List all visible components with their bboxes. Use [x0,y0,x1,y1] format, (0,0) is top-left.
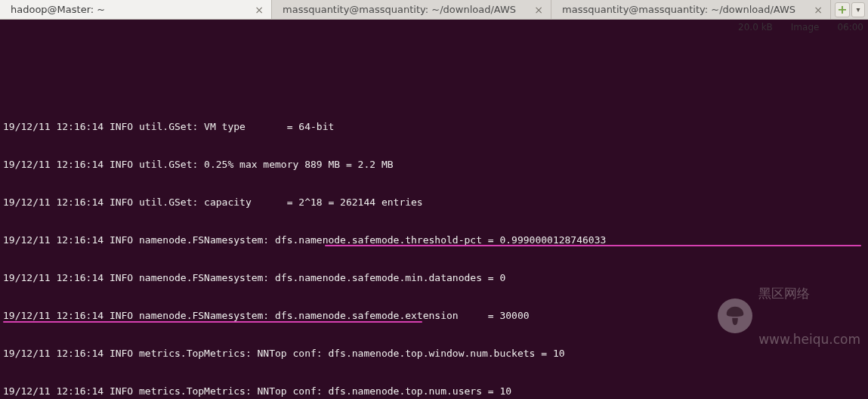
show-through-panel: 20.0 kB Image 06:00 [738,20,863,34]
mushroom-icon [718,298,752,333]
watermark: 黑区网络 www.heiqu.com [718,255,860,378]
close-icon[interactable]: × [255,4,264,16]
plus-icon: + [837,4,847,16]
log-line: 19/12/11 12:16:14 INFO metrics.TopMetric… [3,385,865,398]
chevron-down-icon: ▾ [856,5,860,14]
show-through-type: Image [791,21,820,34]
watermark-text: 黑区网络 www.heiqu.com [758,255,860,378]
tab-inactive-2[interactable]: massquantity@massquantity: ~/download/AW… [551,0,831,19]
show-through-time: 06:00 [837,21,863,34]
log-line: 19/12/11 12:16:14 INFO util.GSet: capaci… [3,196,865,209]
tab-label: massquantity@massquantity: ~/download/AW… [283,4,527,15]
watermark-line1: 黑区网络 [758,286,860,301]
terminal[interactable]: 20.0 kB Image 06:00 19/12/11 12:16:14 IN… [0,20,868,399]
annotation-underline-2 [3,321,422,323]
tab-tail: + ▾ [831,0,868,19]
tab-menu-button[interactable]: ▾ [851,2,865,17]
tab-label: massquantity@massquantity: ~/download/AW… [562,4,806,15]
watermark-line2: www.heiqu.com [758,332,860,347]
close-icon[interactable]: × [814,4,823,16]
tab-label: hadoop@Master: ~ [11,4,247,15]
close-icon[interactable]: × [534,4,543,16]
tab-active[interactable]: hadoop@Master: ~ × [0,0,272,19]
add-tab-button[interactable]: + [835,2,850,17]
show-through-size: 20.0 kB [738,21,773,34]
annotation-underline-1 [325,245,861,246]
log-line: 19/12/11 12:16:14 INFO util.GSet: VM typ… [3,121,865,134]
log-line: 19/12/11 12:16:14 INFO util.GSet: 0.25% … [3,159,865,172]
tab-inactive-1[interactable]: massquantity@massquantity: ~/download/AW… [272,0,551,19]
tab-bar: hadoop@Master: ~ × massquantity@massquan… [0,0,868,20]
